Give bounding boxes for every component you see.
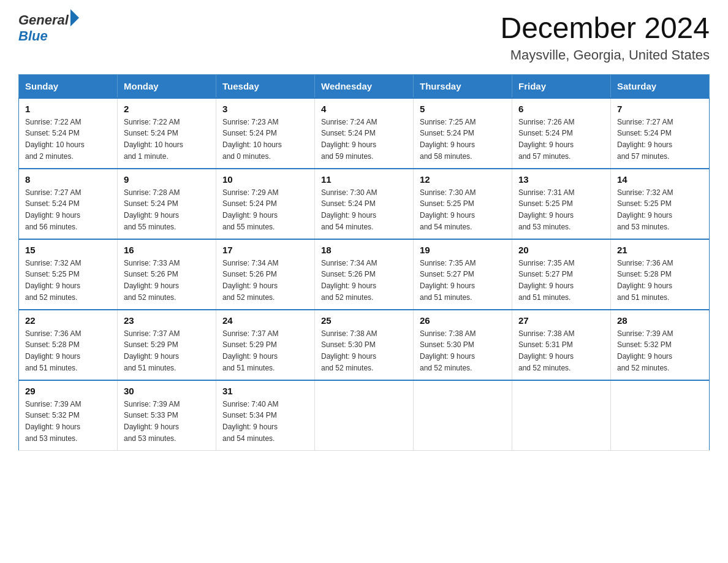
- logo: General Blue: [18, 12, 79, 44]
- logo-text-general: General: [18, 12, 69, 28]
- day-number: 24: [222, 315, 308, 326]
- calendar-table: Sunday Monday Tuesday Wednesday Thursday…: [18, 74, 710, 451]
- day-number: 20: [518, 245, 604, 255]
- day-number: 10: [222, 174, 308, 185]
- day-info: Sunrise: 7:38 AMSunset: 5:31 PMDaylight:…: [518, 328, 604, 373]
- day-info: Sunrise: 7:27 AMSunset: 5:24 PMDaylight:…: [25, 187, 111, 232]
- table-row: 29Sunrise: 7:39 AMSunset: 5:32 PMDayligh…: [19, 380, 118, 451]
- day-number: 27: [518, 315, 604, 326]
- day-number: 29: [25, 386, 111, 396]
- table-row: 14Sunrise: 7:32 AMSunset: 5:25 PMDayligh…: [611, 169, 710, 239]
- page-header: General Blue December 2024 Maysville, Ge…: [18, 12, 710, 63]
- col-friday: Friday: [512, 74, 611, 98]
- day-info: Sunrise: 7:36 AMSunset: 5:28 PMDaylight:…: [617, 258, 703, 303]
- table-row: 6Sunrise: 7:26 AMSunset: 5:24 PMDaylight…: [512, 98, 611, 169]
- table-row: 20Sunrise: 7:35 AMSunset: 5:27 PMDayligh…: [512, 239, 611, 310]
- day-info: Sunrise: 7:25 AMSunset: 5:24 PMDaylight:…: [420, 117, 506, 162]
- day-info: Sunrise: 7:40 AMSunset: 5:34 PMDaylight:…: [222, 399, 308, 444]
- day-number: 14: [617, 174, 703, 185]
- day-info: Sunrise: 7:34 AMSunset: 5:26 PMDaylight:…: [222, 258, 308, 303]
- day-number: 17: [222, 245, 308, 255]
- table-row: [512, 380, 611, 451]
- day-info: Sunrise: 7:28 AMSunset: 5:24 PMDaylight:…: [124, 187, 210, 232]
- calendar-week-row: 8Sunrise: 7:27 AMSunset: 5:24 PMDaylight…: [19, 169, 710, 239]
- day-info: Sunrise: 7:34 AMSunset: 5:26 PMDaylight:…: [321, 258, 407, 303]
- day-info: Sunrise: 7:37 AMSunset: 5:29 PMDaylight:…: [124, 328, 210, 373]
- day-number: 13: [518, 174, 604, 185]
- day-number: 4: [321, 104, 407, 114]
- col-sunday: Sunday: [19, 74, 118, 98]
- day-info: Sunrise: 7:39 AMSunset: 5:33 PMDaylight:…: [124, 399, 210, 444]
- table-row: 22Sunrise: 7:36 AMSunset: 5:28 PMDayligh…: [19, 310, 118, 380]
- table-row: [414, 380, 512, 451]
- day-info: Sunrise: 7:38 AMSunset: 5:30 PMDaylight:…: [420, 328, 506, 373]
- table-row: 25Sunrise: 7:38 AMSunset: 5:30 PMDayligh…: [315, 310, 414, 380]
- table-row: 24Sunrise: 7:37 AMSunset: 5:29 PMDayligh…: [216, 310, 315, 380]
- table-row: 4Sunrise: 7:24 AMSunset: 5:24 PMDaylight…: [315, 98, 414, 169]
- table-row: 15Sunrise: 7:32 AMSunset: 5:25 PMDayligh…: [19, 239, 118, 310]
- day-number: 9: [124, 174, 210, 185]
- day-info: Sunrise: 7:24 AMSunset: 5:24 PMDaylight:…: [321, 117, 407, 162]
- col-wednesday: Wednesday: [315, 74, 414, 98]
- day-number: 12: [420, 174, 506, 185]
- col-thursday: Thursday: [414, 74, 512, 98]
- table-row: 9Sunrise: 7:28 AMSunset: 5:24 PMDaylight…: [118, 169, 216, 239]
- table-row: 17Sunrise: 7:34 AMSunset: 5:26 PMDayligh…: [216, 239, 315, 310]
- logo-triangle-icon: [70, 9, 79, 26]
- day-info: Sunrise: 7:32 AMSunset: 5:25 PMDaylight:…: [617, 187, 703, 232]
- calendar-week-row: 22Sunrise: 7:36 AMSunset: 5:28 PMDayligh…: [19, 310, 710, 380]
- day-number: 31: [222, 386, 308, 396]
- day-info: Sunrise: 7:31 AMSunset: 5:25 PMDaylight:…: [518, 187, 604, 232]
- table-row: 1Sunrise: 7:22 AMSunset: 5:24 PMDaylight…: [19, 98, 118, 169]
- day-info: Sunrise: 7:22 AMSunset: 5:24 PMDaylight:…: [25, 117, 111, 162]
- table-row: [611, 380, 710, 451]
- day-number: 16: [124, 245, 210, 255]
- day-info: Sunrise: 7:38 AMSunset: 5:30 PMDaylight:…: [321, 328, 407, 373]
- day-number: 7: [617, 104, 703, 114]
- table-row: 28Sunrise: 7:39 AMSunset: 5:32 PMDayligh…: [611, 310, 710, 380]
- day-number: 18: [321, 245, 407, 255]
- table-row: 12Sunrise: 7:30 AMSunset: 5:25 PMDayligh…: [414, 169, 512, 239]
- day-number: 26: [420, 315, 506, 326]
- day-number: 15: [25, 245, 111, 255]
- day-number: 8: [25, 174, 111, 185]
- table-row: 16Sunrise: 7:33 AMSunset: 5:26 PMDayligh…: [118, 239, 216, 310]
- calendar-header-row: Sunday Monday Tuesday Wednesday Thursday…: [19, 74, 710, 98]
- day-info: Sunrise: 7:36 AMSunset: 5:28 PMDaylight:…: [25, 328, 111, 373]
- table-row: 27Sunrise: 7:38 AMSunset: 5:31 PMDayligh…: [512, 310, 611, 380]
- day-info: Sunrise: 7:33 AMSunset: 5:26 PMDaylight:…: [124, 258, 210, 303]
- day-info: Sunrise: 7:30 AMSunset: 5:24 PMDaylight:…: [321, 187, 407, 232]
- day-info: Sunrise: 7:29 AMSunset: 5:24 PMDaylight:…: [222, 187, 308, 232]
- day-number: 30: [124, 386, 210, 396]
- col-saturday: Saturday: [611, 74, 710, 98]
- title-block: December 2024 Maysville, Georgia, United…: [500, 12, 710, 63]
- day-number: 1: [25, 104, 111, 114]
- day-number: 23: [124, 315, 210, 326]
- table-row: 19Sunrise: 7:35 AMSunset: 5:27 PMDayligh…: [414, 239, 512, 310]
- table-row: 2Sunrise: 7:22 AMSunset: 5:24 PMDaylight…: [118, 98, 216, 169]
- day-number: 2: [124, 104, 210, 114]
- col-monday: Monday: [118, 74, 216, 98]
- table-row: 5Sunrise: 7:25 AMSunset: 5:24 PMDaylight…: [414, 98, 512, 169]
- calendar-week-row: 1Sunrise: 7:22 AMSunset: 5:24 PMDaylight…: [19, 98, 710, 169]
- table-row: 8Sunrise: 7:27 AMSunset: 5:24 PMDaylight…: [19, 169, 118, 239]
- day-number: 6: [518, 104, 604, 114]
- calendar-title: December 2024: [500, 12, 710, 45]
- day-info: Sunrise: 7:37 AMSunset: 5:29 PMDaylight:…: [222, 328, 308, 373]
- table-row: 21Sunrise: 7:36 AMSunset: 5:28 PMDayligh…: [611, 239, 710, 310]
- logo-text-blue: Blue: [18, 28, 48, 44]
- day-info: Sunrise: 7:30 AMSunset: 5:25 PMDaylight:…: [420, 187, 506, 232]
- table-row: 3Sunrise: 7:23 AMSunset: 5:24 PMDaylight…: [216, 98, 315, 169]
- calendar-week-row: 15Sunrise: 7:32 AMSunset: 5:25 PMDayligh…: [19, 239, 710, 310]
- table-row: 23Sunrise: 7:37 AMSunset: 5:29 PMDayligh…: [118, 310, 216, 380]
- day-number: 22: [25, 315, 111, 326]
- table-row: 10Sunrise: 7:29 AMSunset: 5:24 PMDayligh…: [216, 169, 315, 239]
- day-info: Sunrise: 7:32 AMSunset: 5:25 PMDaylight:…: [25, 258, 111, 303]
- day-info: Sunrise: 7:26 AMSunset: 5:24 PMDaylight:…: [518, 117, 604, 162]
- day-number: 5: [420, 104, 506, 114]
- table-row: 18Sunrise: 7:34 AMSunset: 5:26 PMDayligh…: [315, 239, 414, 310]
- table-row: 13Sunrise: 7:31 AMSunset: 5:25 PMDayligh…: [512, 169, 611, 239]
- day-info: Sunrise: 7:23 AMSunset: 5:24 PMDaylight:…: [222, 117, 308, 162]
- table-row: 30Sunrise: 7:39 AMSunset: 5:33 PMDayligh…: [118, 380, 216, 451]
- calendar-subtitle: Maysville, Georgia, United States: [500, 47, 710, 63]
